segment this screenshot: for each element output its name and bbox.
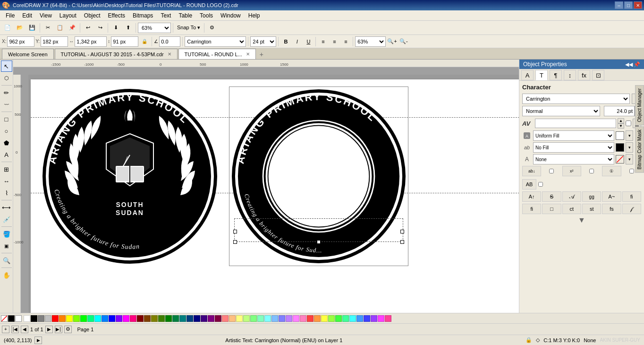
palette-swatch[interactable]	[66, 315, 73, 322]
menu-effects[interactable]: Effects	[104, 11, 129, 20]
fmt-ordinal-button[interactable]: ①	[602, 166, 621, 176]
close-button[interactable]: ✕	[634, 1, 642, 9]
smart-fill-tool[interactable]: ▣	[1, 240, 12, 251]
av-down-button[interactable]: ▼	[618, 123, 624, 129]
zoom-select2[interactable]: 63%	[355, 36, 386, 47]
palette-swatch[interactable]	[349, 315, 356, 322]
font-select[interactable]: Carrington	[185, 36, 246, 47]
allcaps-checkbox[interactable]	[538, 182, 543, 187]
new-button[interactable]: 📄	[2, 22, 13, 34]
menu-object[interactable]: Object	[80, 11, 104, 20]
tab-close-tutorial2[interactable]: ✕	[246, 52, 250, 57]
panel-expand-button[interactable]: ◀◀	[625, 61, 633, 68]
palette-swatch[interactable]	[116, 315, 122, 322]
table-tool[interactable]: ⊞	[1, 164, 12, 175]
undo-button[interactable]: ↩	[82, 22, 93, 34]
props-tab-effects[interactable]: fx	[578, 70, 590, 80]
palette-swatch[interactable]	[314, 315, 321, 322]
outline-color-swatch[interactable]	[616, 143, 624, 152]
fmt-f2-button[interactable]: 𝒻	[622, 204, 641, 214]
text-tool[interactable]: A	[1, 149, 12, 160]
palette-swatch[interactable]	[31, 315, 37, 322]
fmt-fs-button[interactable]: fs	[602, 204, 621, 214]
palette-swatch[interactable]	[172, 315, 179, 322]
fmt-cb2[interactable]	[589, 169, 594, 173]
rectangle-tool[interactable]: □	[1, 113, 12, 125]
palette-swatch[interactable]	[222, 315, 229, 322]
freehand-tool[interactable]: ✏	[1, 87, 12, 98]
snap-button[interactable]: Snap To ▾	[175, 22, 202, 34]
smart-draw-tool[interactable]: 〰	[1, 99, 12, 110]
bitmap-color-mask-tab[interactable]: Bitmap Color Mask	[635, 126, 644, 172]
palette-swatch[interactable]	[179, 315, 186, 322]
lock-ratio-button[interactable]: 🔒	[139, 36, 150, 47]
palette-swatch[interactable]	[236, 315, 243, 322]
y-input[interactable]	[41, 36, 68, 47]
right-logo[interactable]: ARIANG PRIMARY SCHOOL Creating a brighte…	[229, 86, 408, 266]
palette-swatch[interactable]	[151, 315, 158, 322]
left-logo[interactable]: ARIANG PRIMARY SCHOOL SOUTH SUDAN Creati…	[40, 86, 220, 266]
underline-button[interactable]: U	[303, 36, 314, 47]
menu-view[interactable]: View	[36, 11, 56, 20]
select-tool[interactable]: ↖	[1, 60, 12, 72]
char-font-select[interactable]: Carrington	[522, 94, 630, 104]
options-button[interactable]: ⚙	[206, 22, 218, 34]
font-size-select[interactable]: 24 pt	[250, 36, 276, 47]
menu-tools[interactable]: Tools	[196, 11, 217, 20]
palette-swatch[interactable]	[378, 315, 384, 322]
object-manager-tab[interactable]: Object Manager	[635, 85, 644, 125]
page-prev-button[interactable]: ◀	[21, 326, 28, 333]
menu-edit[interactable]: Edit	[18, 11, 36, 20]
palette-swatch[interactable]	[293, 315, 299, 322]
shape-tool[interactable]: ⬡	[1, 72, 12, 84]
fmt-ct-button[interactable]: ct	[562, 204, 581, 214]
fmt-strikethrough-button[interactable]: S	[542, 191, 561, 202]
zoom-tool[interactable]: 🔍	[1, 255, 12, 266]
hand-tool[interactable]: ✋	[1, 269, 12, 281]
fmt-cb1[interactable]	[549, 169, 554, 173]
palette-swatch[interactable]	[243, 315, 250, 322]
palette-swatch[interactable]	[87, 315, 94, 322]
fmt-subscript2-button[interactable]: ab↓	[522, 166, 541, 176]
bold-button[interactable]: B	[280, 36, 291, 47]
page-add-button[interactable]: +	[2, 326, 9, 333]
palette-swatch[interactable]	[94, 315, 101, 322]
tab-tutorial1[interactable]: TUTORIAL - AUGUST 30 2015 - 4-53PM.cdr ✕	[55, 49, 178, 59]
canvas[interactable]: ARIANG PRIMARY SCHOOL SOUTH SUDAN Creati…	[28, 75, 519, 313]
menu-file[interactable]: File	[2, 11, 18, 20]
tab-close-tutorial1[interactable]: ✕	[168, 52, 171, 57]
fmt-cb3[interactable]	[629, 169, 634, 173]
redo-button[interactable]: ↪	[94, 22, 106, 34]
palette-swatch[interactable]	[52, 315, 59, 322]
palette-swatch[interactable]	[364, 315, 370, 322]
save-button[interactable]: 💾	[26, 22, 38, 34]
angle-input[interactable]	[159, 36, 180, 47]
fmt-fi2-button[interactable]: fi	[522, 204, 541, 214]
page-next-button[interactable]: ▶	[45, 326, 53, 333]
height-input[interactable]	[111, 36, 138, 47]
fmt-allcaps-button[interactable]: AB	[522, 179, 536, 190]
palette-swatch[interactable]	[109, 315, 115, 322]
tab-add-button[interactable]: +	[257, 50, 266, 59]
italic-button[interactable]: I	[292, 36, 302, 47]
fmt-script-button[interactable]: 𝒜	[562, 191, 581, 202]
palette-swatch[interactable]	[328, 315, 335, 322]
palette-swatch[interactable]	[24, 315, 30, 322]
palette-swatch[interactable]	[271, 315, 278, 322]
palette-swatch[interactable]	[38, 315, 44, 322]
props-tab-fill[interactable]: A	[521, 70, 534, 80]
export-button[interactable]: ⬆	[122, 22, 134, 34]
align-right-button[interactable]: ≡	[340, 36, 351, 47]
tab-welcome[interactable]: Welcome Screen	[2, 49, 54, 59]
props-tab-transform[interactable]: ⊡	[592, 70, 604, 80]
import-button[interactable]: ⬇	[110, 22, 121, 34]
palette-swatch[interactable]	[257, 315, 264, 322]
fmt-raise-button[interactable]: A↑	[522, 191, 541, 202]
palette-swatch[interactable]	[356, 315, 363, 322]
char-size-input[interactable]	[604, 106, 635, 116]
palette-swatch[interactable]	[250, 315, 257, 322]
palette-swatch[interactable]	[307, 315, 314, 322]
none-options-button[interactable]: ▾	[626, 154, 633, 164]
page-last-button[interactable]: ▶|	[55, 326, 62, 333]
paste-button[interactable]: 📌	[67, 22, 78, 34]
